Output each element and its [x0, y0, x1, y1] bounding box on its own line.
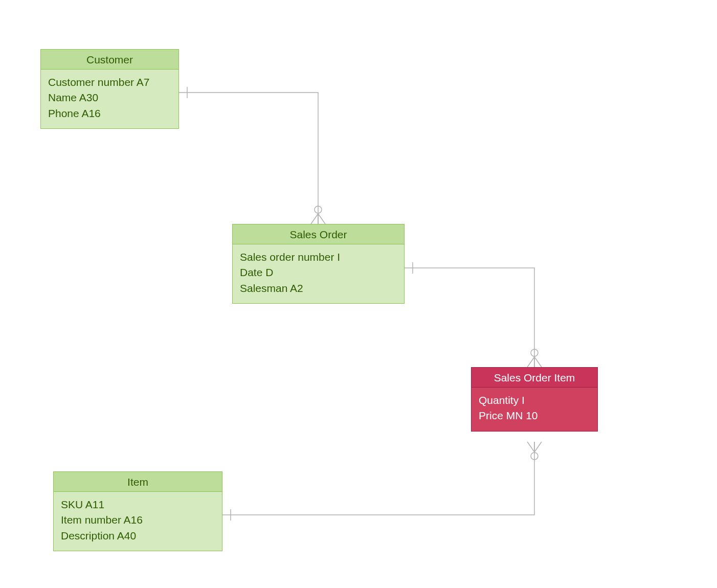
svg-point-3: [531, 349, 538, 356]
entity-item-attr: Description A40: [61, 528, 215, 544]
svg-point-1: [315, 206, 322, 213]
entity-sales-order-attr: Sales order number I: [240, 250, 397, 265]
entity-customer-body: Customer number A7 Name A30 Phone A16: [40, 70, 179, 129]
entity-customer: Customer Customer number A7 Name A30 Pho…: [40, 49, 179, 129]
entity-sales-order-item-attr: Quantity I: [479, 393, 590, 408]
entity-customer-attr: Name A30: [48, 90, 171, 105]
entity-item-attr: Item number A16: [61, 512, 215, 528]
entity-sales-order: Sales Order Sales order number I Date D …: [232, 224, 405, 304]
entity-item-attr: SKU A11: [61, 497, 215, 512]
entity-item: Item SKU A11 Item number A16 Description…: [53, 471, 222, 551]
entity-sales-order-body: Sales order number I Date D Salesman A2: [232, 244, 405, 304]
entity-customer-attr: Customer number A7: [48, 75, 171, 90]
entity-customer-title: Customer: [40, 49, 179, 70]
entity-item-title: Item: [53, 471, 222, 492]
entity-sales-order-item-attr: Price MN 10: [479, 408, 590, 423]
entity-sales-order-item: Sales Order Item Quantity I Price MN 10: [471, 367, 598, 432]
entity-sales-order-attr: Date D: [240, 265, 397, 280]
entity-customer-attr: Phone A16: [48, 106, 171, 121]
svg-point-5: [531, 453, 538, 460]
entity-sales-order-title: Sales Order: [232, 224, 405, 244]
entity-item-body: SKU A11 Item number A16 Description A40: [53, 492, 222, 551]
entity-sales-order-item-body: Quantity I Price MN 10: [471, 388, 598, 432]
entity-sales-order-attr: Salesman A2: [240, 281, 397, 296]
entity-sales-order-item-title: Sales Order Item: [471, 367, 598, 388]
